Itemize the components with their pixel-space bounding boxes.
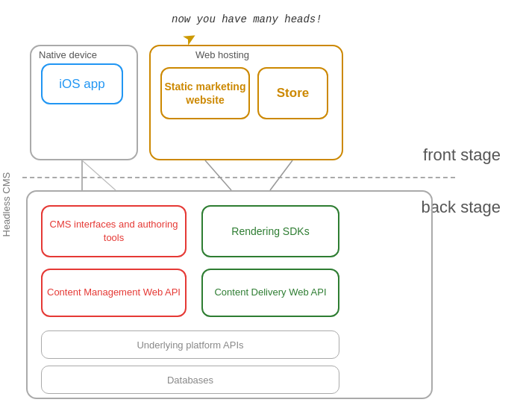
store-box: Store <box>257 67 328 119</box>
content-management-label: Content Management Web API <box>47 286 181 299</box>
annotation-text: now you have many heads! <box>172 13 322 25</box>
cms-interfaces-label: CMS interfaces and authoring tools <box>43 218 185 245</box>
static-marketing-label: Static marketing website <box>162 80 248 107</box>
static-marketing-box: Static marketing website <box>160 67 250 119</box>
ios-app-label: iOS app <box>59 77 104 92</box>
databases-box: Databases <box>41 366 339 394</box>
svg-line-1 <box>205 160 231 190</box>
ios-app-box: iOS app <box>41 63 123 104</box>
platform-apis-label: Underlying platform APIs <box>137 339 243 351</box>
svg-line-3 <box>82 160 116 190</box>
databases-label: Databases <box>167 374 213 386</box>
cms-interfaces-box: CMS interfaces and authoring tools <box>41 205 187 257</box>
svg-line-2 <box>270 160 292 190</box>
content-delivery-label: Content Delivery Web API <box>214 286 326 299</box>
rendering-sdks-label: Rendering SDKs <box>231 225 309 237</box>
rendering-sdks-box: Rendering SDKs <box>201 205 339 257</box>
back-stage-label: back stage <box>422 198 501 217</box>
content-delivery-box: Content Delivery Web API <box>201 269 339 317</box>
native-device-label: Native device <box>39 49 97 60</box>
web-hosting-label: Web hosting <box>195 49 249 60</box>
diagram-container: now you have many heads! ➤ front stage b… <box>0 0 523 420</box>
headless-cms-label: Headless CMS <box>1 172 12 237</box>
divider-line <box>22 177 455 178</box>
store-label: Store <box>277 86 309 101</box>
content-management-box: Content Management Web API <box>41 269 187 317</box>
platform-apis-box: Underlying platform APIs <box>41 330 339 359</box>
front-stage-label: front stage <box>423 145 501 165</box>
